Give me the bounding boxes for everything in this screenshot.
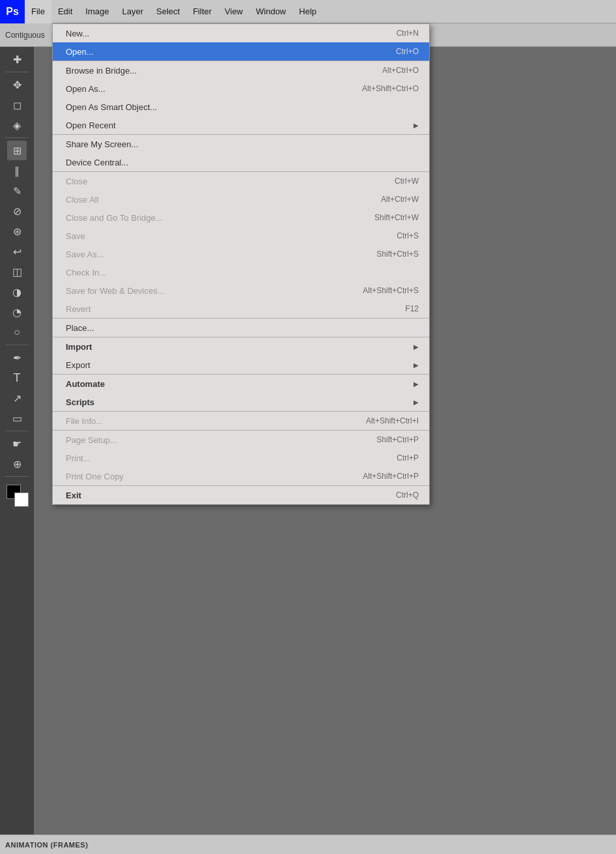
color-picker[interactable]: [5, 485, 29, 508]
menu-open-as[interactable]: Open As... Alt+Shift+Ctrl+O: [53, 79, 429, 98]
file-dropdown-menu: New... Ctrl+N Open... Ctrl+O Browse in B…: [52, 23, 430, 505]
divider-2: [5, 137, 29, 138]
eraser-tool[interactable]: ◫: [7, 262, 27, 281]
menu-import[interactable]: Import ▶: [53, 337, 429, 356]
menu-file[interactable]: File: [25, 0, 51, 23]
menu-save-as[interactable]: Save As... Shift+Ctrl+S: [53, 245, 429, 263]
menu-edit[interactable]: Edit: [51, 0, 79, 23]
menu-page-setup[interactable]: Page Setup... Shift+Ctrl+P: [53, 431, 429, 449]
menu-close-all[interactable]: Close All Alt+Ctrl+W: [53, 190, 429, 208]
menu-group-exit: Exit Ctrl+Q: [53, 486, 429, 504]
divider-1: [5, 72, 29, 72]
menu-view[interactable]: View: [218, 0, 249, 23]
menu-group-file-info: File Info... Alt+Shift+Ctrl+I: [53, 412, 429, 431]
ps-logo: Ps: [0, 0, 25, 23]
menu-help[interactable]: Help: [292, 0, 323, 23]
menu-save-for-web[interactable]: Save for Web & Devices... Alt+Shift+Ctrl…: [53, 281, 429, 300]
menu-close-go-bridge[interactable]: Close and Go To Bridge... Shift+Ctrl+W: [53, 208, 429, 227]
status-bar: ANIMATION (FRAMES): [0, 834, 616, 854]
history-brush[interactable]: ↩: [7, 242, 27, 261]
gradient-tool[interactable]: ◑: [7, 282, 27, 302]
menu-group-print: Page Setup... Shift+Ctrl+P Print... Ctrl…: [53, 431, 429, 486]
zoom-tool[interactable]: ⊕: [7, 454, 27, 474]
menu-select[interactable]: Select: [150, 0, 186, 23]
menu-open-smart-object[interactable]: Open As Smart Object...: [53, 98, 429, 116]
menu-check-in[interactable]: Check In...: [53, 263, 429, 281]
path-select[interactable]: ↗: [7, 388, 27, 408]
menu-window[interactable]: Window: [249, 0, 292, 23]
menu-group-new-open: New... Ctrl+N Open... Ctrl+O: [53, 24, 429, 61]
hand-tool[interactable]: ☛: [7, 434, 27, 453]
menu-open-recent[interactable]: Open Recent ▶: [53, 116, 429, 134]
pen-tool[interactable]: ✒: [7, 348, 27, 367]
menu-filter[interactable]: Filter: [186, 0, 218, 23]
divider-3: [5, 345, 29, 345]
menu-group-place: Place...: [53, 319, 429, 337]
menu-share-screen[interactable]: Share My Screen...: [53, 135, 429, 153]
menu-export[interactable]: Export ▶: [53, 356, 429, 374]
menu-print[interactable]: Print... Ctrl+P: [53, 449, 429, 467]
crop-tool[interactable]: ⊞: [7, 141, 27, 160]
divider-5: [5, 476, 29, 477]
marquee-tool[interactable]: ✚: [7, 50, 27, 69]
type-tool[interactable]: T: [7, 368, 27, 388]
menu-revert[interactable]: Revert F12: [53, 300, 429, 318]
left-toolbar: ✚ ✥ ◻ ◈ ⊞ ∥ ✎ ⊘ ⊛ ↩ ◫ ◑ ◔ ○ ✒ T ↗ ▭ ☛ ⊕: [0, 47, 34, 834]
divider-4: [5, 431, 29, 431]
magic-wand-tool[interactable]: ◈: [7, 115, 27, 135]
background-color[interactable]: [14, 492, 29, 507]
menu-group-share: Share My Screen... Device Central...: [53, 135, 429, 172]
menu-save[interactable]: Save Ctrl+S: [53, 227, 429, 245]
brush-tool[interactable]: ⊘: [7, 201, 27, 221]
contiguous-label: Contiguous: [5, 31, 45, 40]
animation-frames-label: ANIMATION (FRAMES): [5, 841, 88, 849]
menu-print-one-copy[interactable]: Print One Copy Alt+Shift+Ctrl+P: [53, 467, 429, 485]
menu-place[interactable]: Place...: [53, 319, 429, 337]
menu-group-automate: Automate ▶ Scripts ▶: [53, 375, 429, 412]
menu-layer[interactable]: Layer: [116, 0, 150, 23]
menu-device-central[interactable]: Device Central...: [53, 153, 429, 171]
menu-group-close-save: Close Ctrl+W Close All Alt+Ctrl+W Close …: [53, 172, 429, 319]
menu-automate[interactable]: Automate ▶: [53, 375, 429, 393]
menu-file-info[interactable]: File Info... Alt+Shift+Ctrl+I: [53, 412, 429, 430]
shape-tool[interactable]: ▭: [7, 408, 27, 428]
menu-bar: Ps File Edit Image Layer Select Filter V…: [0, 0, 616, 23]
move-tool[interactable]: ✥: [7, 75, 27, 94]
blur-tool[interactable]: ◔: [7, 302, 27, 322]
menu-close[interactable]: Close Ctrl+W: [53, 172, 429, 190]
menu-exit[interactable]: Exit Ctrl+Q: [53, 486, 429, 504]
menu-browse-in-bridge[interactable]: Browse in Bridge... Alt+Ctrl+O: [53, 61, 429, 79]
menu-new[interactable]: New... Ctrl+N: [53, 24, 429, 42]
menu-group-import-export: Import ▶ Export ▶: [53, 337, 429, 375]
clone-stamp[interactable]: ⊛: [7, 221, 27, 241]
menu-scripts[interactable]: Scripts ▶: [53, 393, 429, 411]
dodge-tool[interactable]: ○: [7, 322, 27, 342]
lasso-tool[interactable]: ◻: [7, 95, 27, 115]
menu-open[interactable]: Open... Ctrl+O: [53, 42, 429, 61]
menu-group-browse: Browse in Bridge... Alt+Ctrl+O Open As..…: [53, 61, 429, 135]
healing-brush[interactable]: ✎: [7, 181, 27, 201]
eyedropper-tool[interactable]: ∥: [7, 161, 27, 180]
menu-image[interactable]: Image: [79, 0, 115, 23]
